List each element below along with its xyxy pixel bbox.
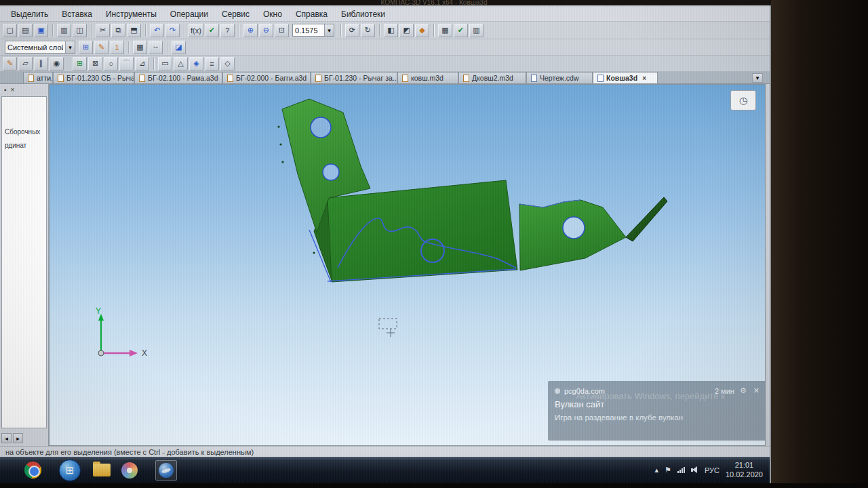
- variables-button[interactable]: f(x): [189, 24, 203, 37]
- zoom-input[interactable]: [293, 25, 324, 35]
- tab-document-7[interactable]: Дковш2.m3d: [458, 72, 526, 83]
- panel-header: ▪ ×: [0, 84, 48, 95]
- paste-button[interactable]: ⬒: [127, 24, 141, 37]
- chamfer-button[interactable]: ⊿: [135, 57, 149, 70]
- pin-icon[interactable]: ▪: [4, 86, 7, 94]
- network-icon[interactable]: [677, 467, 685, 473]
- tab-document-6[interactable]: ковш.m3d: [397, 72, 458, 83]
- sketch-button[interactable]: ✎: [3, 57, 17, 70]
- display-mode-button[interactable]: ▦: [438, 24, 452, 37]
- zoom-dropdown-icon[interactable]: ▾: [324, 24, 334, 36]
- check-model-button[interactable]: ✔: [454, 24, 468, 37]
- paint-icon[interactable]: [121, 462, 138, 479]
- print-button[interactable]: ▥: [57, 24, 71, 37]
- line-style-button[interactable]: ╌: [149, 41, 163, 54]
- plane-button[interactable]: ▱: [18, 57, 33, 70]
- tray-hidden-icons-icon[interactable]: ▴: [655, 466, 659, 474]
- notification-toast[interactable]: pcg0da.com 2 мин ⚙ ✕ Вулкан сайт Игра на…: [548, 381, 766, 441]
- tree-item[interactable]: Сборочных: [5, 125, 46, 139]
- zoom-out-button[interactable]: ⊖: [259, 24, 273, 37]
- rib-button[interactable]: △: [174, 57, 188, 70]
- save-document-button[interactable]: ▣: [34, 24, 48, 37]
- print-preview-button[interactable]: ◫: [73, 24, 87, 37]
- spell-check-button[interactable]: ✔: [205, 24, 219, 37]
- fill-style-button[interactable]: ◪: [172, 41, 186, 54]
- extrude-button[interactable]: ⊞: [73, 57, 87, 70]
- undo-button[interactable]: ↶: [150, 24, 164, 37]
- panel-nav-left-icon[interactable]: ◂: [1, 433, 12, 443]
- measure-button[interactable]: ◇: [220, 57, 235, 70]
- menu-help[interactable]: Справка: [296, 9, 328, 19]
- panel-close-icon[interactable]: ×: [11, 86, 15, 94]
- action-center-icon[interactable]: ⚑: [665, 466, 671, 474]
- redo-button[interactable]: ↷: [165, 24, 180, 37]
- view-top-button[interactable]: ◩: [399, 24, 414, 37]
- menu-insert[interactable]: Вставка: [62, 9, 92, 19]
- tab-overflow-icon[interactable]: ▾: [752, 73, 763, 83]
- tab-document-active[interactable]: Ковшa3d ×: [593, 72, 658, 83]
- view-front-button[interactable]: ◧: [384, 24, 398, 37]
- zoom-area-button[interactable]: ⊡: [275, 24, 289, 37]
- tab-close-icon[interactable]: ×: [642, 75, 646, 82]
- tab-document-5[interactable]: БГ-01.230 - Рычаг за...: [311, 72, 397, 83]
- fillet-button[interactable]: ⌒: [119, 57, 134, 70]
- layer-dropdown-icon[interactable]: ▾: [65, 41, 75, 53]
- cut-extrude-button[interactable]: ⊠: [88, 57, 102, 70]
- view-isometric-button[interactable]: ◆: [415, 24, 429, 37]
- cut-button[interactable]: ✂: [96, 24, 110, 37]
- tree-item[interactable]: рдинат: [5, 139, 46, 152]
- language-indicator[interactable]: РУС: [705, 466, 719, 474]
- refresh-view-button[interactable]: ⟳: [345, 24, 359, 37]
- toolbar-separator: [52, 24, 53, 37]
- explorer-icon[interactable]: [93, 464, 111, 476]
- start-button[interactable]: ⊞: [59, 460, 81, 481]
- 3d-viewport[interactable]: Y X ◷ Активировать Windows, перейдите к …: [49, 84, 766, 446]
- tab-document-2[interactable]: БГ-01.230 СБ - Рыча...: [53, 72, 134, 83]
- tab-label: БГ-01.230 СБ - Рыча...: [66, 74, 134, 82]
- tab-document-8[interactable]: Чертеж.cdw: [526, 72, 593, 83]
- axis-button[interactable]: ∥: [34, 57, 48, 70]
- toolbar-separator: [153, 58, 154, 70]
- kompas-taskbar-button[interactable]: [155, 460, 177, 481]
- tab-document-4[interactable]: БГ-02.000 - Багги.a3d: [222, 72, 311, 83]
- layers-manager-button[interactable]: ⊞: [79, 41, 93, 54]
- new-document-button[interactable]: ▢: [3, 24, 17, 37]
- current-layer-button[interactable]: 1: [110, 41, 124, 54]
- open-document-button[interactable]: ▤: [18, 24, 33, 37]
- report-button[interactable]: ▥: [469, 24, 484, 37]
- bucket-part-model[interactable]: [277, 99, 667, 282]
- menu-service[interactable]: Сервис: [222, 9, 250, 19]
- panel-nav-right-icon[interactable]: ▸: [13, 433, 23, 443]
- zoom-in-button[interactable]: ⊕: [243, 24, 258, 37]
- taskbar-clock[interactable]: 21:01 10.02.2020: [726, 461, 763, 480]
- mirror-button[interactable]: ◈: [189, 57, 203, 70]
- coordinate-axes: Y X: [96, 306, 147, 358]
- copy-button[interactable]: ⧉: [111, 24, 125, 37]
- clock-time: 21:01: [726, 461, 763, 470]
- shell-button[interactable]: ▭: [158, 57, 172, 70]
- layer-pencil-button[interactable]: ✎: [94, 41, 108, 54]
- toast-close-icon[interactable]: ✕: [752, 386, 761, 395]
- grid-button[interactable]: ▦: [133, 41, 147, 54]
- menu-operations[interactable]: Операции: [170, 9, 208, 19]
- document-icon: [227, 75, 233, 82]
- menu-select[interactable]: Выделить: [11, 9, 48, 19]
- model-tree[interactable]: Сборочных рдинат: [1, 96, 47, 428]
- orientation-widget[interactable]: ◷: [730, 90, 756, 110]
- volume-icon[interactable]: [691, 466, 698, 474]
- context-help-button[interactable]: ?: [220, 24, 235, 37]
- axis-y-label: Y: [96, 306, 101, 316]
- rotate-view-button[interactable]: ↻: [361, 24, 375, 37]
- revolve-button[interactable]: ○: [104, 57, 118, 70]
- menu-window[interactable]: Окно: [263, 9, 282, 19]
- tab-document-1[interactable]: атти...: [23, 72, 53, 83]
- layer-input[interactable]: [5, 42, 65, 52]
- toast-settings-icon[interactable]: ⚙: [738, 386, 748, 395]
- tab-document-3[interactable]: БГ-02.100 - Рама.a3d: [134, 72, 222, 83]
- menu-tools[interactable]: Инструменты: [106, 9, 157, 19]
- array-button[interactable]: ≡: [205, 57, 219, 70]
- menu-libraries[interactable]: Библиотеки: [341, 9, 385, 19]
- monitor-bezel-bottom: [0, 483, 868, 488]
- point-button[interactable]: ◉: [50, 57, 64, 70]
- chrome-icon[interactable]: [24, 462, 41, 479]
